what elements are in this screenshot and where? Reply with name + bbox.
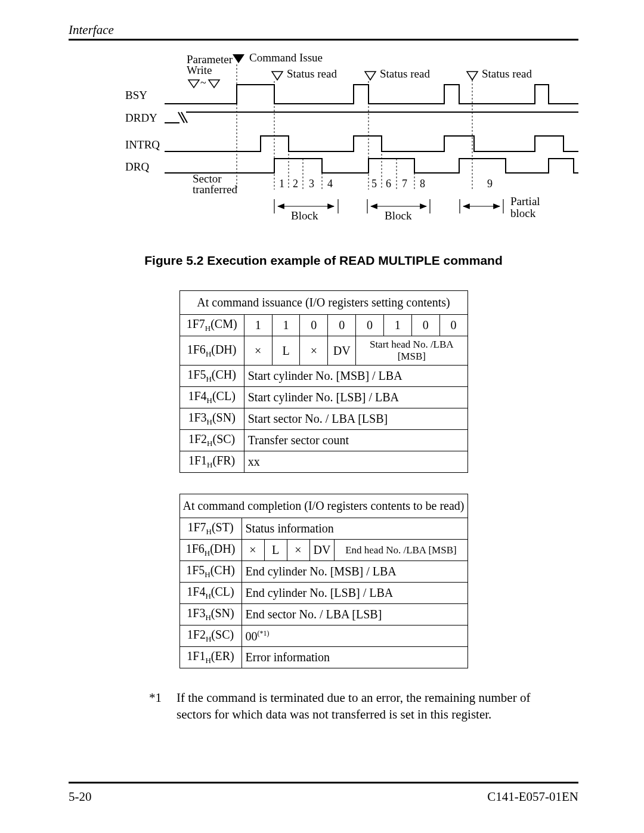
svg-text:6: 6: [386, 178, 391, 190]
svg-text:Partial: Partial: [510, 195, 540, 208]
svg-text:Status read: Status read: [380, 67, 430, 80]
reg-cm: 1F7H(CM): [179, 315, 244, 336]
table2-title: At command completion (I/O registers con…: [179, 494, 467, 518]
svg-text:9: 9: [487, 178, 493, 190]
table1-title: At command issuance (I/O registers setti…: [179, 291, 467, 315]
svg-text:4: 4: [327, 178, 333, 190]
svg-text:DRQ: DRQ: [125, 160, 149, 173]
svg-text:8: 8: [420, 178, 425, 190]
svg-text:Command Issue: Command Issue: [249, 51, 323, 64]
table-command-issuance: At command issuance (I/O registers setti…: [179, 290, 468, 473]
page-number: 5-20: [69, 789, 92, 804]
svg-marker-6: [188, 80, 199, 88]
reg-sn: 1F3H(SN): [179, 408, 244, 430]
svg-marker-10: [272, 72, 283, 80]
svg-text:7: 7: [402, 178, 407, 190]
svg-text:Block: Block: [291, 209, 318, 222]
timing-diagram-svg: .sig { fill:none; stroke:#000; stroke-wi…: [119, 51, 578, 233]
reg-sc2: 1F2H(SC): [179, 625, 242, 647]
svg-text:Write: Write: [187, 64, 212, 76]
reg-cl2: 1F4H(CL): [179, 583, 242, 604]
svg-marker-8: [209, 80, 219, 88]
svg-text:BSY: BSY: [125, 89, 147, 101]
svg-text:INTRQ: INTRQ: [125, 138, 160, 151]
svg-text:1: 1: [279, 178, 284, 190]
footnote-marker: *1: [149, 689, 177, 723]
page-header: Interface: [69, 23, 578, 41]
page-footer: 5-20 C141-E057-01EN: [69, 782, 578, 804]
reg-dh: 1F6H(DH): [179, 336, 244, 366]
svg-text:5: 5: [371, 178, 377, 190]
svg-text:~: ~: [200, 77, 206, 89]
svg-text:block: block: [510, 207, 536, 219]
sector-label: tranferred: [193, 183, 237, 196]
reg-sn2: 1F3H(SN): [179, 604, 242, 625]
reg-st: 1F7H(ST): [179, 518, 242, 540]
table-command-completion: At command completion (I/O registers con…: [179, 494, 468, 668]
reg-ch: 1F5H(CH): [179, 366, 244, 387]
svg-text:3: 3: [309, 178, 314, 190]
footnote: *1 If the command is terminated due to a…: [149, 689, 543, 723]
header-label: Interface: [69, 23, 578, 38]
timing-diagram: .sig { fill:none; stroke:#000; stroke-wi…: [119, 51, 572, 236]
reg-sc: 1F2H(SC): [179, 430, 244, 451]
svg-marker-12: [467, 72, 478, 80]
svg-text:2: 2: [293, 178, 298, 190]
svg-text:DRDY: DRDY: [125, 112, 157, 124]
svg-text:Block: Block: [385, 209, 412, 222]
reg-cl: 1F4H(CL): [179, 387, 244, 408]
figure-caption: Figure 5.2 Execution example of READ MUL…: [69, 253, 578, 268]
reg-fr: 1F1H(FR): [179, 451, 244, 473]
reg-ch2: 1F5H(CH): [179, 561, 242, 583]
footnote-text: If the command is terminated due to an e…: [177, 689, 543, 723]
svg-marker-9: [233, 54, 244, 63]
doc-id: C141-E057-01EN: [487, 789, 578, 804]
reg-dh2: 1F6H(DH): [179, 540, 242, 561]
reg-er: 1F1H(ER): [179, 647, 242, 668]
svg-text:Status read: Status read: [482, 67, 532, 80]
svg-marker-11: [365, 72, 376, 80]
svg-text:Status read: Status read: [287, 67, 337, 80]
